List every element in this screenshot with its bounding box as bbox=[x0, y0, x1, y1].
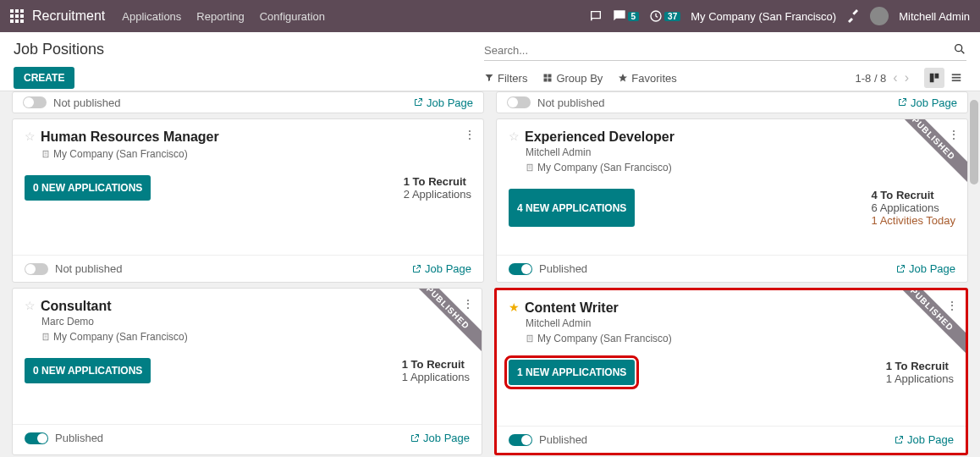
svg-rect-3 bbox=[935, 74, 939, 79]
job-card-consultant[interactable]: PUBLISHED ⋮ ☆ Consultant Marc Demo My Co… bbox=[12, 288, 482, 455]
svg-rect-5 bbox=[952, 77, 961, 79]
nav-configuration[interactable]: Configuration bbox=[260, 10, 325, 23]
new-applications-button[interactable]: 1 NEW APPLICATIONS bbox=[509, 360, 635, 385]
publish-toggle[interactable] bbox=[25, 263, 48, 275]
pager-prev[interactable]: ‹ bbox=[893, 70, 897, 85]
favorites-button[interactable]: Favorites bbox=[618, 72, 676, 85]
publish-toggle[interactable] bbox=[507, 96, 531, 108]
brand-title: Recruitment bbox=[32, 8, 105, 24]
svg-point-1 bbox=[955, 45, 962, 52]
job-card-hr-manager[interactable]: ⋮ ☆ Human Resources Manager My Company (… bbox=[12, 118, 484, 283]
publish-toggle[interactable] bbox=[23, 96, 47, 108]
page-title: Job Positions bbox=[14, 41, 484, 58]
activities-badge: 37 bbox=[664, 12, 680, 21]
building-icon bbox=[41, 333, 50, 341]
apps-icon[interactable] bbox=[10, 9, 24, 23]
phone-icon[interactable] bbox=[589, 9, 603, 23]
svg-rect-10 bbox=[527, 335, 532, 342]
svg-rect-9 bbox=[43, 333, 48, 340]
job-card-content-writer[interactable]: PUBLISHED ⋮ ★ Content Writer Mitchell Ad… bbox=[494, 288, 968, 455]
messages-badge: 5 bbox=[628, 12, 640, 21]
card-title: Experienced Developer bbox=[525, 129, 674, 145]
publish-toggle[interactable] bbox=[509, 434, 532, 446]
control-panel: Job Positions CREATE Filters Group By Fa… bbox=[0, 32, 980, 91]
groupby-button[interactable]: Group By bbox=[542, 72, 603, 85]
filters-button[interactable]: Filters bbox=[484, 72, 527, 85]
job-card-experienced-developer[interactable]: PUBLISHED ⋮ ☆ Experienced Developer Mitc… bbox=[496, 118, 968, 283]
job-page-link[interactable]: Job Page bbox=[411, 262, 471, 275]
user-name[interactable]: Mitchell Admin bbox=[899, 10, 970, 23]
kanban-view-button[interactable] bbox=[924, 68, 944, 88]
star-icon[interactable]: ☆ bbox=[25, 129, 36, 143]
star-icon[interactable]: ☆ bbox=[509, 129, 520, 143]
activities-icon[interactable]: 37 bbox=[649, 9, 680, 23]
card-stats: 1 To Recruit 1 Applications bbox=[402, 358, 470, 383]
job-page-link[interactable]: Job Page bbox=[410, 432, 470, 444]
card-stats: 1 To Recruit 2 Applications bbox=[404, 175, 471, 201]
avatar[interactable] bbox=[870, 7, 889, 25]
nav-applications[interactable]: Applications bbox=[122, 10, 181, 23]
company-selector[interactable]: My Company (San Francisco) bbox=[691, 10, 836, 23]
card-stats: 1 To Recruit 1 Applications bbox=[886, 360, 954, 385]
building-icon bbox=[526, 163, 534, 172]
svg-rect-8 bbox=[527, 164, 532, 171]
scrollbar[interactable] bbox=[968, 91, 980, 457]
publish-toggle[interactable] bbox=[509, 263, 532, 275]
building-icon bbox=[41, 150, 50, 158]
card-stats: 4 To Recruit 6 Applications 1 Activities… bbox=[872, 189, 955, 227]
partial-card-right: Not published Job Page bbox=[496, 91, 968, 113]
new-applications-button[interactable]: 0 NEW APPLICATIONS bbox=[25, 358, 151, 383]
partial-card-left: Not published Job Page bbox=[12, 91, 484, 113]
card-title: Content Writer bbox=[525, 300, 619, 316]
topbar: Recruitment Applications Reporting Confi… bbox=[0, 0, 980, 32]
new-applications-button[interactable]: 0 NEW APPLICATIONS bbox=[25, 175, 151, 201]
pager-next[interactable]: › bbox=[905, 70, 909, 85]
job-page-link[interactable]: Job Page bbox=[897, 96, 957, 109]
job-page-link[interactable]: Job Page bbox=[895, 262, 955, 275]
job-page-link[interactable]: Job Page bbox=[894, 433, 954, 446]
pager: 1-8 / 8 ‹ › bbox=[855, 68, 966, 88]
nav-reporting[interactable]: Reporting bbox=[196, 10, 244, 23]
svg-rect-7 bbox=[43, 151, 48, 157]
tools-icon[interactable] bbox=[846, 9, 860, 23]
svg-rect-4 bbox=[952, 74, 961, 75]
search-icon[interactable] bbox=[953, 42, 966, 58]
messages-icon[interactable]: 5 bbox=[613, 9, 640, 23]
star-icon[interactable]: ★ bbox=[509, 300, 520, 314]
publish-toggle[interactable] bbox=[25, 432, 48, 444]
kanban-content: Not published Job Page Not published Job… bbox=[0, 91, 980, 457]
create-button[interactable]: CREATE bbox=[14, 67, 74, 89]
building-icon bbox=[526, 334, 534, 343]
job-page-link[interactable]: Job Page bbox=[413, 96, 473, 109]
star-icon[interactable]: ☆ bbox=[25, 299, 36, 312]
list-view-button[interactable] bbox=[946, 68, 966, 88]
svg-rect-2 bbox=[930, 74, 934, 83]
card-title: Consultant bbox=[41, 299, 112, 314]
search-input[interactable] bbox=[484, 41, 953, 60]
svg-rect-6 bbox=[952, 80, 961, 81]
new-applications-button[interactable]: 4 NEW APPLICATIONS bbox=[509, 189, 635, 227]
card-title: Human Resources Manager bbox=[41, 129, 219, 145]
